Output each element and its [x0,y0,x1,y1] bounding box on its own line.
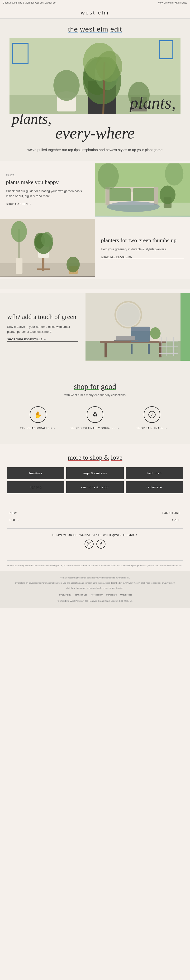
footer-section: You are receiving this email because you… [0,571,190,608]
hero-edit-title: the west elm edit [10,25,180,33]
sustainably-sourced-icon: ♻ [87,406,103,423]
svg-point-24 [160,186,176,204]
card-planters: planters for two green thumbs up Hold yo… [0,219,190,277]
edit-suffix: edit [110,25,122,33]
footer-address: © West Elm, West Parkway, 200 Hanover, G… [7,599,183,603]
svg-rect-59 [87,542,91,546]
banner-right-link[interactable]: View this email with images [158,2,187,4]
brand-logo[interactable]: west elm [0,10,190,16]
instagram-svg [87,542,91,546]
svg-point-8 [53,70,80,101]
spacer-1 [0,279,190,289]
shop-handcrafted-link[interactable]: SHOP HANDCRAFTED [20,427,56,430]
shop-good-title: shop for good [10,382,180,391]
edit-pre-text: the [68,25,78,33]
card-plants-image [95,164,190,216]
shop-good-underline: good [101,382,116,391]
shop-fair-trade-link[interactable]: SHOP FAIR TRADE [137,427,168,430]
disclaimer-section: *Select items only. Excludes clearance i… [0,561,190,571]
svg-rect-30 [37,269,50,270]
edit-brand-name: west elm [80,25,108,33]
card-planters-image [0,219,95,277]
grid-pattern [159,337,178,356]
footer-terms-link[interactable]: Terms of Use [75,593,88,597]
shop-planters-link[interactable]: SHOP ALL PLANTERS [101,255,184,259]
social-title: SHOW YOUR PERSONAL STYLE WITH @WESTELMAU… [10,533,180,537]
fair-trade-svg: ✓ [147,410,157,419]
more-shop-section: more to shop & love furniture rugs & cur… [0,444,190,505]
shop-cushions-decor-btn[interactable]: cushions & decor [66,481,123,493]
nav-links-grid: NEW FURNITURE RUGS SALE [10,509,180,524]
nav-link-new[interactable]: NEW [10,509,95,517]
svg-rect-50 [131,344,133,354]
leaf-recycle-svg: ♻ [91,410,99,419]
wfh-section: wfh? add a touch of green Stay creative … [0,293,190,361]
wfh-content: wfh? add a touch of green Stay creative … [0,293,86,361]
fair-trade-icon: ✓ [144,406,160,423]
card-plants-title: plants make you happy [6,178,89,186]
blue-frame-left [12,43,29,64]
svg-point-34 [41,232,53,247]
svg-rect-54 [117,336,136,341]
card-plants-desc: Check out our guide for creating your ow… [6,189,89,199]
svg-rect-49 [131,326,150,331]
nav-link-sale[interactable]: SALE [95,517,180,524]
spacer-3 [0,551,190,560]
nav-link-rugs[interactable]: RUGS [10,517,95,524]
wfh-title: wfh? add a touch of green [7,313,78,321]
shop-lighting-btn[interactable]: lighting [7,481,64,493]
banner-left-text: Check out our tips & tricks for your bes… [3,2,56,4]
shop-good-icons: ✋ SHOP HANDCRAFTED ♻ SHOP SUSTAINABLY SO… [10,406,180,430]
hero-subtitle: we've pulled together our top tips, insp… [10,141,180,159]
shop-bed-linen-btn[interactable]: bed linen [126,467,183,479]
card-plants-content: fact: plants make you happy Check out ou… [0,164,95,216]
svg-rect-35 [16,258,22,274]
svg-point-44 [117,303,140,326]
svg-point-25 [97,164,119,189]
spacer-2 [0,361,190,370]
footer-accessibility-link[interactable]: Accessibility [91,593,102,597]
shop-furniture-btn[interactable]: furniture [7,467,64,479]
blue-frame-right [159,40,173,59]
svg-point-60 [88,543,90,545]
facebook-icon[interactable]: f [96,539,105,549]
svg-point-39 [67,257,80,272]
svg-point-22 [107,201,160,212]
green-accent-bar [180,293,190,361]
footer-unsub-link[interactable]: Unsubscribe [120,593,132,597]
svg-text:✓: ✓ [150,412,154,417]
footer-contact-link[interactable]: Contact Us [106,593,117,597]
shop-rugs-curtains-btn[interactable]: rugs & curtains [66,467,123,479]
sustainably-sourced-item: ♻ SHOP SUSTAINABLY SOURCED [69,406,121,430]
svg-text:♻: ♻ [92,411,97,418]
footer-privacy-link[interactable]: Privacy Policy [58,593,71,597]
footer-email-note: You are receiving this email because you… [7,576,183,580]
handcrafted-icon: ✋ [30,406,46,423]
svg-rect-51 [148,344,150,354]
svg-rect-18 [105,187,110,205]
wfh-description: Stay creative in your at-home office wit… [7,325,78,334]
card-plants-happy: fact: plants make you happy Check out ou… [0,164,190,216]
svg-point-61 [90,543,91,543]
shop-good-section: shop for good with west elm's many eco-f… [0,370,190,444]
footer-unsub-note: click here to manage your email preferen… [7,586,183,590]
svg-rect-20 [110,188,131,201]
shop-tableware-btn[interactable]: tableware [126,481,183,493]
card-planters-content: planters for two green thumbs up Hold yo… [95,219,190,277]
nav-link-furniture[interactable]: FURNITURE [95,509,180,517]
shop-good-subtitle: with west elm's many eco-friendly collec… [10,393,180,397]
social-icons-row: f [10,539,180,549]
top-banner: Check out our tips & tricks for your bes… [0,0,190,5]
card-planters-title: planters for two green thumbs up [101,237,184,244]
hero-image: plants, [10,38,180,114]
shop-wfh-link[interactable]: SHOP WFH ESSENTIALS [7,338,78,342]
outdoor-scene-svg [95,164,190,216]
everywhere-text: every-where [10,125,180,141]
shop-sustainably-link[interactable]: SHOP SUSTAINABLY SOURCED [70,427,120,430]
instagram-icon[interactable] [85,539,94,549]
more-shop-title: more to shop & love [7,454,183,461]
footer-privacy-note: By clicking an advertisement/promotional… [7,581,183,585]
plants-text-right: plants, [130,94,176,111]
shop-garden-link[interactable]: SHOP GARDEN [6,202,89,206]
logo-area: west elm [0,5,190,19]
